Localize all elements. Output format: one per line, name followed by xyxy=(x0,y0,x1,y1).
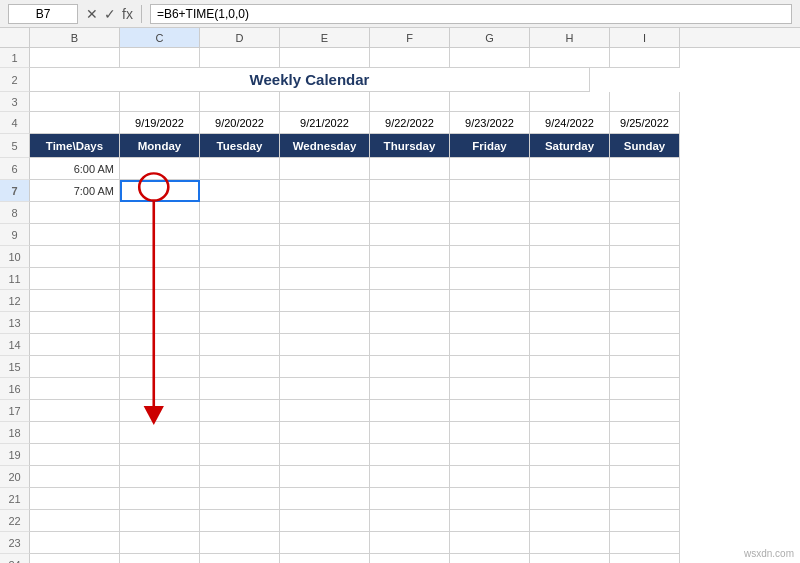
cell-c3[interactable] xyxy=(120,92,200,112)
row-num-19: 19 xyxy=(0,444,30,466)
cell-g3[interactable] xyxy=(450,92,530,112)
cell-g7[interactable] xyxy=(450,180,530,202)
cell-d1[interactable] xyxy=(200,48,280,68)
cell-d7[interactable] xyxy=(200,180,280,202)
cell-b7[interactable]: 7:00 AM xyxy=(30,180,120,202)
col-header-g[interactable]: G xyxy=(450,28,530,47)
fx-icon[interactable]: fx xyxy=(122,6,133,22)
row-22: 22 xyxy=(0,510,800,532)
cell-d3[interactable] xyxy=(200,92,280,112)
cell-c7[interactable] xyxy=(120,180,200,202)
col-header-i[interactable]: I xyxy=(610,28,680,47)
cell-c6[interactable] xyxy=(120,158,200,180)
confirm-icon[interactable]: ✓ xyxy=(104,6,116,22)
cell-b1[interactable] xyxy=(30,48,120,68)
row-17: 17 xyxy=(0,400,800,422)
cell-h7[interactable] xyxy=(530,180,610,202)
row-num-13: 13 xyxy=(0,312,30,334)
cell-g8[interactable] xyxy=(450,202,530,224)
cell-f3[interactable] xyxy=(370,92,450,112)
row-19: 19 xyxy=(0,444,800,466)
cell-d5[interactable]: Tuesday xyxy=(200,134,280,158)
cell-e6[interactable] xyxy=(280,158,370,180)
cell-h4[interactable]: 9/24/2022 xyxy=(530,112,610,134)
row-num-22: 22 xyxy=(0,510,30,532)
cell-i3[interactable] xyxy=(610,92,680,112)
row-num-6: 6 xyxy=(0,158,30,180)
title-cell: Weekly Calendar xyxy=(30,68,590,92)
row-2: 2 Weekly Calendar xyxy=(0,68,800,92)
cell-h1[interactable] xyxy=(530,48,610,68)
cell-b6[interactable]: 6:00 AM xyxy=(30,158,120,180)
col-header-h[interactable]: H xyxy=(530,28,610,47)
row-num-2: 2 xyxy=(0,68,30,92)
row-24: 24 xyxy=(0,554,800,563)
row-12: 12 xyxy=(0,290,800,312)
cell-f5[interactable]: Thursday xyxy=(370,134,450,158)
cancel-icon[interactable]: ✕ xyxy=(86,6,98,22)
row-20: 20 xyxy=(0,466,800,488)
row-num-14: 14 xyxy=(0,334,30,356)
cell-d6[interactable] xyxy=(200,158,280,180)
col-header-e[interactable]: E xyxy=(280,28,370,47)
cell-b8[interactable] xyxy=(30,202,120,224)
row-num-9: 9 xyxy=(0,224,30,246)
cell-e3[interactable] xyxy=(280,92,370,112)
cell-f4[interactable]: 9/22/2022 xyxy=(370,112,450,134)
cell-i1[interactable] xyxy=(610,48,680,68)
cell-i7[interactable] xyxy=(610,180,680,202)
formula-divider xyxy=(141,5,142,23)
cell-d8[interactable] xyxy=(200,202,280,224)
col-header-b[interactable]: B xyxy=(30,28,120,47)
cell-h6[interactable] xyxy=(530,158,610,180)
cell-f1[interactable] xyxy=(370,48,450,68)
cell-f6[interactable] xyxy=(370,158,450,180)
cell-f7[interactable] xyxy=(370,180,450,202)
cell-h8[interactable] xyxy=(530,202,610,224)
row-num-23: 23 xyxy=(0,532,30,554)
cell-i6[interactable] xyxy=(610,158,680,180)
row-num-12: 12 xyxy=(0,290,30,312)
cell-reference-box[interactable]: B7 xyxy=(8,4,78,24)
cell-g6[interactable] xyxy=(450,158,530,180)
col-header-f[interactable]: F xyxy=(370,28,450,47)
cell-h3[interactable] xyxy=(530,92,610,112)
cell-h5[interactable]: Saturday xyxy=(530,134,610,158)
formula-input[interactable]: =B6+TIME(1,0,0) xyxy=(150,4,792,24)
row-num-10: 10 xyxy=(0,246,30,268)
cell-g5[interactable]: Friday xyxy=(450,134,530,158)
cell-c4[interactable]: 9/19/2022 xyxy=(120,112,200,134)
row-14: 14 xyxy=(0,334,800,356)
cell-b4[interactable] xyxy=(30,112,120,134)
row-num-16: 16 xyxy=(0,378,30,400)
cell-i8[interactable] xyxy=(610,202,680,224)
cell-e1[interactable] xyxy=(280,48,370,68)
col-header-d[interactable]: D xyxy=(200,28,280,47)
cell-d4[interactable]: 9/20/2022 xyxy=(200,112,280,134)
cell-c5[interactable]: Monday xyxy=(120,134,200,158)
cell-g1[interactable] xyxy=(450,48,530,68)
col-header-c[interactable]: C xyxy=(120,28,200,47)
cell-b5[interactable]: Time\Days xyxy=(30,134,120,158)
cell-e5[interactable]: Wednesday xyxy=(280,134,370,158)
row-15: 15 xyxy=(0,356,800,378)
cell-i4[interactable]: 9/25/2022 xyxy=(610,112,680,134)
cell-b3[interactable] xyxy=(30,92,120,112)
cell-c8[interactable] xyxy=(120,202,200,224)
row-num-24: 24 xyxy=(0,554,30,563)
cell-g4[interactable]: 9/23/2022 xyxy=(450,112,530,134)
row-num-17: 17 xyxy=(0,400,30,422)
row-num-4: 4 xyxy=(0,112,30,134)
cell-f8[interactable] xyxy=(370,202,450,224)
spreadsheet-container: B C D E F G H I 1 2 Weekly Calendar xyxy=(0,28,800,563)
row-5: 5 Time\Days Monday Tuesday Wednesday Thu… xyxy=(0,134,800,158)
row-23: 23 xyxy=(0,532,800,554)
row-8: 8 xyxy=(0,202,800,224)
row-6: 6 6:00 AM xyxy=(0,158,800,180)
cell-e4[interactable]: 9/21/2022 xyxy=(280,112,370,134)
cell-c1[interactable] xyxy=(120,48,200,68)
row-num-20: 20 xyxy=(0,466,30,488)
cell-e8[interactable] xyxy=(280,202,370,224)
cell-i5[interactable]: Sunday xyxy=(610,134,680,158)
cell-e7[interactable] xyxy=(280,180,370,202)
